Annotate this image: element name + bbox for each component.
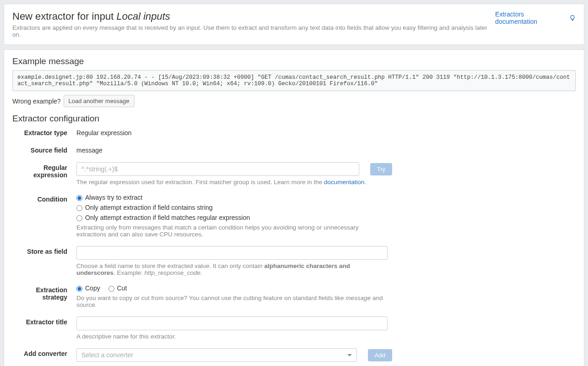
condition-regex-radio[interactable]: Only attempt extraction if field matches… (76, 214, 392, 221)
regex-help: The regular expression used for extracti… (76, 179, 388, 186)
load-another-message-button[interactable]: Load another message (64, 95, 135, 107)
converter-select[interactable]: Select a converter (76, 348, 357, 362)
lightbulb-icon (569, 15, 576, 21)
regex-label: Regular expression (12, 162, 76, 179)
source-field-value: message (76, 145, 392, 154)
wrong-example-label: Wrong example? (12, 98, 61, 105)
condition-contains-radio[interactable]: Only attempt extraction if field contain… (76, 204, 392, 211)
strategy-label: Extraction strategy (12, 284, 76, 301)
strategy-cut-radio[interactable]: Cut (108, 284, 127, 292)
extractor-title-help: A descriptive name for this extractor. (76, 333, 388, 340)
try-button[interactable]: Try (370, 163, 392, 175)
header-panel: New extractor for input Local inputs Ext… (4, 4, 584, 45)
add-converter-button[interactable]: Add (368, 349, 392, 361)
extractor-title-label: Extractor title (12, 317, 76, 326)
title-input-name: Local inputs (116, 11, 170, 22)
config-heading: Extractor configuration (12, 114, 576, 124)
page-title: New extractor for input Local inputs (12, 11, 495, 22)
store-field-help: Choose a field name to store the extract… (76, 262, 388, 276)
store-field-input[interactable] (76, 246, 388, 260)
source-field-label: Source field (12, 145, 76, 154)
example-message-box: example.designet.jp:80 192.168.20.74 - -… (12, 70, 576, 91)
condition-label: Condition (12, 194, 76, 203)
extractors-documentation-link[interactable]: Extractors documentation (495, 11, 576, 25)
regex-input[interactable] (76, 162, 359, 176)
example-heading: Example message (12, 56, 576, 66)
converter-label: Add converter (12, 348, 76, 357)
page-subtext: Extractors are applied on every message … (12, 24, 495, 38)
extractor-type-value: Regular expression (76, 127, 392, 137)
main-panel: Example message example.designet.jp:80 1… (4, 49, 584, 366)
regex-doc-link[interactable]: documentation (324, 179, 365, 186)
strategy-copy-radio[interactable]: Copy (76, 284, 100, 292)
condition-help: Extracting only from messages that match… (76, 224, 388, 238)
title-prefix: New extractor for input (12, 11, 116, 22)
store-field-label: Store as field (12, 246, 76, 255)
strategy-help: Do you want to copy or cut from source? … (76, 295, 388, 308)
converter-select-placeholder: Select a converter (76, 348, 357, 362)
condition-always-radio[interactable]: Always try to extract (76, 194, 392, 201)
doc-link-label: Extractors documentation (495, 11, 567, 25)
extractor-title-input[interactable] (76, 317, 388, 330)
extractor-type-label: Extractor type (12, 127, 76, 137)
